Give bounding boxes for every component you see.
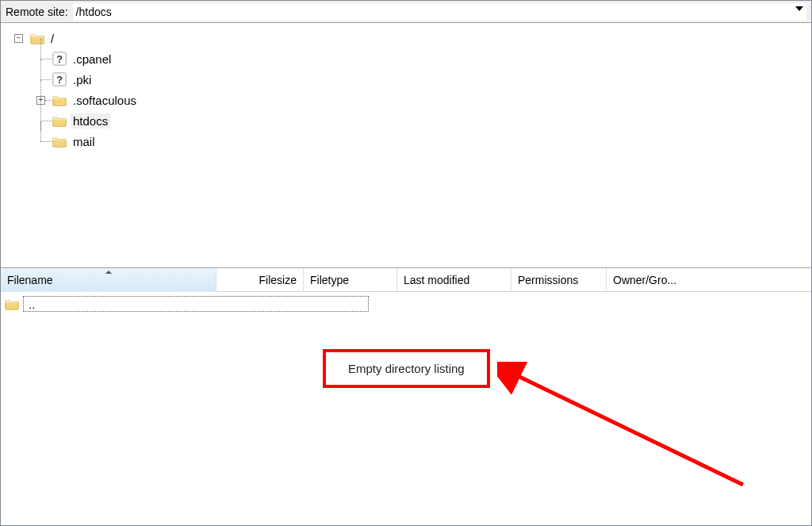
column-label: Last modified [404,274,469,286]
folder-icon [29,31,45,45]
column-filesize[interactable]: Filesize [216,268,304,292]
folder-icon [52,113,67,128]
column-last-modified[interactable]: Last modified [397,268,511,292]
column-filetype[interactable]: Filetype [304,268,397,292]
svg-text:?: ? [56,54,63,65]
folder-icon [52,93,67,107]
remote-path-combobox[interactable]: /htdocs [73,3,806,21]
remote-site-label: Remote site: [6,6,68,18]
parent-directory-label: .. [23,296,369,312]
tree-node-label: mail [71,134,98,149]
folder-icon [52,134,67,148]
unknown-icon: ? [52,72,67,86]
file-list[interactable]: .. Empty directory listing [1,292,811,525]
tree-node-softaculous[interactable]: + .softaculous [7,90,808,110]
file-list-header: Filename Filesize Filetype Last modified… [1,268,811,292]
parent-directory-row[interactable]: .. [4,295,369,313]
column-label: Filesize [259,274,297,286]
tree-node-mail[interactable]: mail [7,131,808,152]
tree-node-label: .pki [71,72,94,87]
column-filename[interactable]: Filename [1,268,216,292]
chevron-down-icon[interactable] [795,6,803,11]
tree-node-label: htdocs [71,113,110,129]
column-label: Owner/Gro... [613,274,676,286]
column-label: Filetype [310,274,349,286]
sort-asc-icon [105,271,112,274]
empty-directory-callout: Empty directory listing [323,349,490,388]
tree-node-pki[interactable]: ? .pki [7,69,808,90]
tree-node-label: .softaculous [71,93,139,108]
unknown-icon: ? [52,52,67,66]
tree-node-label: / [48,31,56,46]
tree-node-htdocs[interactable]: htdocs [7,110,808,131]
column-label: Filename [7,274,53,286]
svg-text:?: ? [56,75,63,86]
collapse-icon[interactable]: − [14,34,23,43]
remote-path-value: /htdocs [76,3,112,21]
tree-node-root[interactable]: − / [7,28,808,48]
tree-node-cpanel[interactable]: ? .cpanel [7,48,808,69]
column-permissions[interactable]: Permissions [511,268,607,292]
svg-line-4 [513,374,743,485]
empty-directory-text: Empty directory listing [348,362,465,375]
column-label: Permissions [518,274,578,286]
remote-path-bar: Remote site: /htdocs [1,1,811,23]
remote-directory-tree[interactable]: − / ? .cpanel ? [1,23,811,267]
column-owner-group[interactable]: Owner/Gro... [607,268,700,292]
annotation-arrow [497,362,751,520]
tree-node-label: .cpanel [71,52,113,67]
folder-icon [4,297,20,311]
